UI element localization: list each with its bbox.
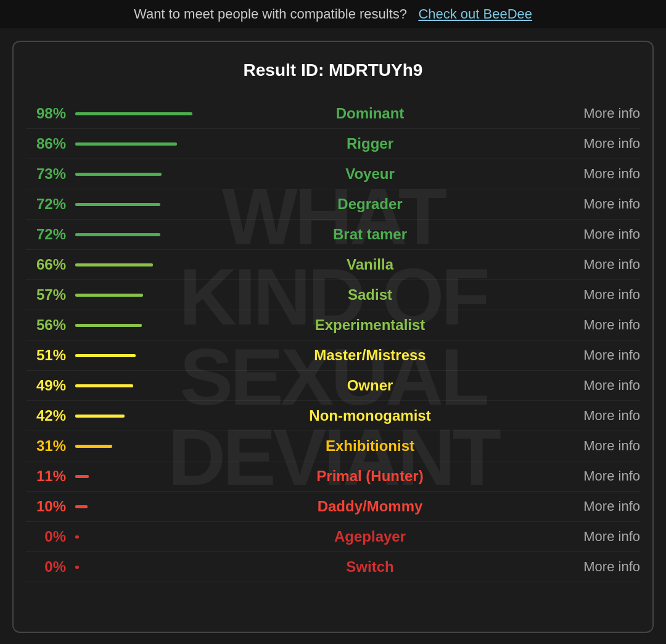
trait-label: Voyeur — [199, 165, 541, 183]
more-info-button[interactable]: More info — [541, 257, 640, 273]
table-row: 72% Brat tamer More info — [26, 220, 640, 250]
progress-bar — [75, 445, 112, 448]
trait-label: Master/Mistress — [199, 347, 541, 364]
table-row: 98% Dominant More info — [26, 99, 640, 129]
bar-container — [75, 384, 199, 387]
table-row: 57% Sadist More info — [26, 280, 640, 310]
more-info-button[interactable]: More info — [541, 498, 640, 514]
top-bar-text: Want to meet people with compatible resu… — [134, 6, 407, 22]
beedee-link[interactable]: Check out BeeDee — [418, 6, 532, 22]
table-row: 56% Experimentalist More info — [26, 310, 640, 341]
bar-container — [75, 415, 199, 418]
progress-bar — [75, 112, 192, 115]
progress-bar — [75, 354, 136, 357]
progress-bar — [75, 324, 142, 327]
bar-container — [75, 354, 199, 357]
more-info-button[interactable]: More info — [541, 105, 640, 122]
progress-bar — [75, 384, 133, 387]
table-row: 42% Non-monogamist More info — [26, 401, 640, 431]
table-row: 66% Vanilla More info — [26, 250, 640, 280]
progress-bar — [75, 505, 88, 508]
trait-label: Owner — [199, 377, 541, 394]
trait-label: Brat tamer — [199, 226, 541, 243]
table-row: 11% Primal (Hunter) More info — [26, 461, 640, 492]
progress-bar — [75, 294, 143, 297]
trait-label: Ageplayer — [199, 528, 541, 545]
trait-label: Experimentalist — [199, 316, 541, 334]
table-row: 73% Voyeur More info — [26, 159, 640, 189]
trait-label: Non-monogamist — [199, 407, 541, 424]
more-info-button[interactable]: More info — [541, 136, 640, 152]
bar-container — [75, 294, 199, 297]
pct-label: 49% — [26, 377, 75, 394]
trait-label: Exhibitionist — [199, 437, 541, 455]
pct-label: 98% — [26, 105, 75, 122]
progress-bar — [75, 535, 79, 539]
pct-label: 66% — [26, 256, 75, 273]
pct-label: 31% — [26, 437, 75, 455]
bar-container — [75, 535, 199, 539]
pct-label: 57% — [26, 286, 75, 303]
pct-label: 0% — [26, 558, 75, 576]
pct-label: 42% — [26, 407, 75, 424]
trait-label: Degrader — [199, 196, 541, 213]
pct-label: 0% — [26, 528, 75, 545]
trait-label: Rigger — [199, 135, 541, 152]
progress-bar — [75, 142, 177, 146]
table-row: 0% Ageplayer More info — [26, 522, 640, 552]
table-row: 31% Exhibitionist More info — [26, 431, 640, 461]
table-row: 72% Degrader More info — [26, 189, 640, 220]
table-row: 51% Master/Mistress More info — [26, 341, 640, 371]
table-row: 49% Owner More info — [26, 371, 640, 401]
more-info-button[interactable]: More info — [541, 408, 640, 424]
pct-label: 11% — [26, 468, 75, 485]
more-info-button[interactable]: More info — [541, 226, 640, 242]
trait-label: Sadist — [199, 286, 541, 303]
progress-bar — [75, 415, 125, 418]
progress-bar — [75, 263, 153, 266]
pct-label: 51% — [26, 347, 75, 364]
bar-container — [75, 112, 199, 115]
trait-label: Dominant — [199, 105, 541, 122]
progress-bar — [75, 173, 162, 176]
bar-container — [75, 445, 199, 448]
progress-bar — [75, 233, 160, 236]
trait-label: Primal (Hunter) — [199, 468, 541, 485]
bar-container — [75, 142, 199, 146]
more-info-button[interactable]: More info — [541, 166, 640, 182]
main-container: WHAT KIND OF SEXUAL DEVIANT Result ID: M… — [12, 41, 654, 633]
table-row: 86% Rigger More info — [26, 129, 640, 159]
results-list: 98% Dominant More info 86% Rigger More i… — [26, 99, 640, 582]
trait-label: Switch — [199, 558, 541, 576]
bar-container — [75, 263, 199, 266]
bar-container — [75, 566, 199, 569]
top-bar: Want to meet people with compatible resu… — [0, 0, 666, 28]
bar-container — [75, 203, 199, 206]
more-info-button[interactable]: More info — [541, 378, 640, 394]
bar-container — [75, 475, 199, 478]
more-info-button[interactable]: More info — [541, 559, 640, 575]
bar-container — [75, 324, 199, 327]
more-info-button[interactable]: More info — [541, 529, 640, 545]
trait-label: Vanilla — [199, 256, 541, 273]
result-title: Result ID: MDRTUYh9 — [26, 60, 640, 80]
more-info-button[interactable]: More info — [541, 287, 640, 303]
pct-label: 72% — [26, 226, 75, 243]
bar-container — [75, 173, 199, 176]
more-info-button[interactable]: More info — [541, 347, 640, 363]
pct-label: 10% — [26, 498, 75, 515]
bar-container — [75, 505, 199, 508]
pct-label: 56% — [26, 316, 75, 334]
table-row: 0% Switch More info — [26, 552, 640, 582]
more-info-button[interactable]: More info — [541, 468, 640, 484]
progress-bar — [75, 566, 79, 569]
trait-label: Daddy/Mommy — [199, 498, 541, 515]
bar-container — [75, 233, 199, 236]
pct-label: 86% — [26, 135, 75, 152]
table-row: 10% Daddy/Mommy More info — [26, 492, 640, 522]
progress-bar — [75, 203, 160, 206]
more-info-button[interactable]: More info — [541, 317, 640, 333]
more-info-button[interactable]: More info — [541, 438, 640, 454]
more-info-button[interactable]: More info — [541, 196, 640, 212]
pct-label: 72% — [26, 196, 75, 213]
